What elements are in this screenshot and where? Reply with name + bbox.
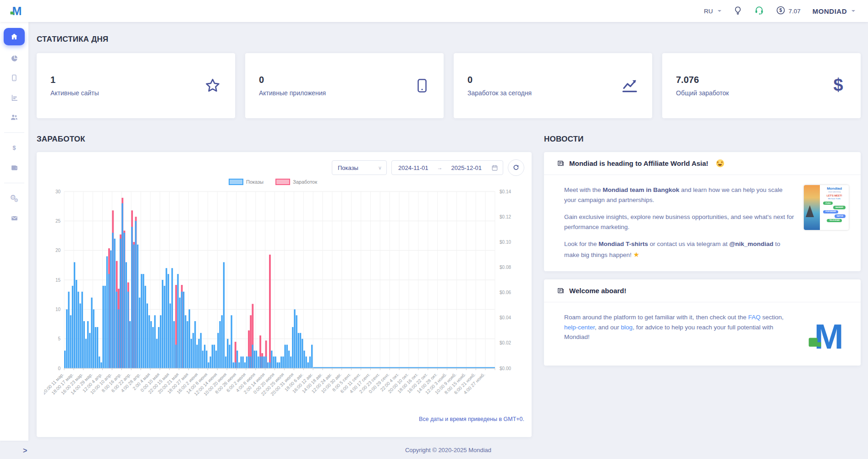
stat-label: Заработок за сегодня [467,89,532,97]
bold-text: @nik_mondiad [729,240,773,247]
chevron-down-icon [718,10,721,12]
stat-card: 1Активные сайты [37,53,235,118]
gmt-note: Все даты и время приведены в GMT+0. [37,416,532,422]
stat-value: 7.076 [676,75,729,85]
svg-text:30: 30 [55,189,61,194]
svg-text:$: $ [12,145,16,151]
sidebar-item-bar-chart[interactable] [4,88,25,107]
news-section-title: НОВОСТИ [544,135,861,144]
support-button[interactable] [754,5,764,16]
sidebar-item-pie-chart[interactable] [4,49,25,67]
inline-link[interactable]: help-center [564,324,595,331]
metric-select-value: Показы [338,164,358,171]
news-title: Welcome aboard! [569,287,626,295]
sidebar-item-mobile[interactable] [4,69,25,87]
calendar-icon [491,164,498,171]
star-icon [204,77,221,94]
svg-text:10: 10 [55,307,61,312]
news-card-body: Roam around the platform to get familiar… [544,302,861,366]
hints-button[interactable] [733,6,742,16]
svg-text:$0.10: $0.10 [500,240,511,245]
app-logo[interactable]: M [9,3,23,19]
sidebar-item-home[interactable] [4,28,25,45]
sidebar-item-users[interactable] [4,108,25,126]
stat-label: Активные сайты [50,89,99,97]
balance-value: 7.07 [789,8,801,15]
format-badge: POPUNDER [823,210,838,213]
arrow-right-icon: → [437,164,443,171]
format-badge: PUSH [823,202,833,205]
chevron-down-icon: ∨ [378,165,382,171]
sidebar-item-envelope[interactable] [4,209,25,227]
stat-value: 1 [50,75,99,85]
home-icon [10,33,18,41]
headset-icon [754,5,764,16]
inline-link[interactable]: blog [621,324,633,331]
stat-card: 0Заработок за сегодня [454,53,652,118]
svg-text:$: $ [833,77,843,94]
svg-text:$0.08: $0.08 [500,265,511,270]
svg-text:$0.14: $0.14 [500,189,511,194]
envelope-icon [11,214,18,222]
svg-text:$0.04: $0.04 [500,315,511,320]
stat-label: Общий заработок [676,89,729,97]
chart-controls: Показы ∨ 2024-11-01 → 2025-12-01 [37,159,532,176]
newspaper-icon [557,159,565,167]
svg-text:5: 5 [58,336,60,341]
news-card-body: Meet with the Mondiad team in Bangkok an… [544,175,861,271]
account-menu[interactable]: MONDIAD [813,7,855,15]
wallet-icon [11,164,18,172]
svg-text:$0.12: $0.12 [500,214,511,219]
mobile-big-icon [414,78,430,93]
bangkok-photo [804,185,820,230]
sidebar-item-wallet[interactable] [4,158,25,177]
svg-text:M: M [814,317,844,355]
chevron-down-icon [852,10,855,12]
newspaper-icon [557,287,565,295]
news-card-header: Mondiad is heading to Affiliate World As… [544,152,861,175]
svg-text:0: 0 [58,366,60,371]
earnings-chart: 05101520253020:00 11 мар.18:00 17 мар.16… [37,178,532,416]
copyright-text: Copyright © 2020-2025 Mondiad [405,447,491,454]
date-to-value: 2025-12-01 [451,164,482,171]
dollar-icon: $ [11,144,18,152]
stat-value: 0 [259,75,326,85]
news-text: Meet with the Mondiad team in Bangkok an… [564,185,796,260]
news-text: Roam around the platform to get familiar… [564,312,796,355]
svg-text:20: 20 [55,248,61,253]
balance-indicator[interactable]: $ 7.07 [776,5,801,16]
pie-chart-icon [11,55,18,62]
sidebar-expand-toggle[interactable]: > [23,447,27,455]
format-badge: NATIVE [835,214,846,218]
gears-icon: ⚙⚙ [10,193,18,203]
inline-link[interactable]: FAQ [748,314,760,321]
news-thumbnail-bangkok-promo[interactable]: Mondiadsmart advertisingLET'S MEET!We ha… [804,185,849,230]
mondiad-logo: M [804,312,849,355]
star-emoji: ★ [633,251,639,258]
date-range-input[interactable]: 2024-11-01 → 2025-12-01 [391,160,503,175]
refresh-button[interactable] [508,159,524,176]
language-selector[interactable]: RU [704,8,721,15]
date-from-value: 2024-11-01 [398,164,429,171]
bold-text: Mondiad T-shirts [599,240,648,247]
earnings-section-title: ЗАРАБОТОК [37,135,532,144]
language-label: RU [704,8,713,15]
sidebar-nav: $⚙⚙ [0,22,28,441]
svg-text:$0.06: $0.06 [500,290,511,295]
svg-text:Заработок: Заработок [293,179,317,185]
news-card: Welcome aboard!Roam around the platform … [544,279,861,366]
star-struck-emoji [716,159,724,167]
footer: Copyright © 2020-2025 Mondiad [28,441,868,459]
format-badge: BANNER [833,206,846,209]
metric-select[interactable]: Показы ∨ [332,160,387,175]
svg-text:Показы: Показы [246,179,264,185]
sidebar-item-dollar[interactable]: $ [4,139,25,157]
stat-value: 0 [467,75,532,85]
account-name: MONDIAD [813,7,847,15]
bar-chart-icon [11,94,18,102]
svg-text:M: M [12,5,22,17]
svg-text:$: $ [779,7,782,13]
sidebar-item-gears[interactable]: ⚙⚙ [4,189,25,208]
mobile-icon [11,74,18,82]
news-card: Mondiad is heading to Affiliate World As… [544,152,861,271]
